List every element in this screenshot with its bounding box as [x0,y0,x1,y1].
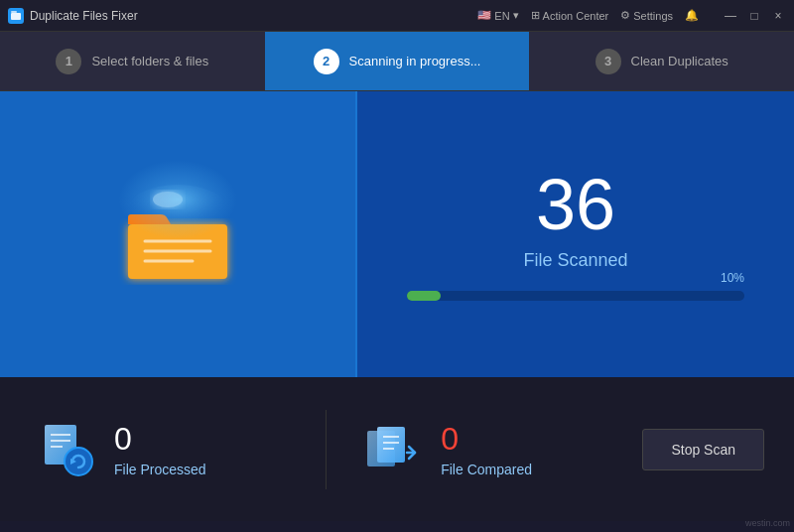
close-btn[interactable]: × [770,9,786,23]
step-1[interactable]: 1 Select folders & files [0,32,265,90]
svg-rect-15 [377,427,405,463]
file-compared-block: 0 File Compared [356,415,622,484]
file-compare-icon [356,415,426,484]
main-content: 36 File Scanned 10% [0,91,794,377]
title-bar-left: Duplicate Files Fixer [8,8,477,24]
step-2[interactable]: 2 Scanning in progress... [265,32,530,90]
stat-divider [326,410,327,489]
step-1-number: 1 [56,49,81,74]
progress-percent: 10% [721,271,744,285]
watermark: westin.com [745,518,790,528]
scan-label: File Scanned [523,250,627,271]
title-bar-right: 🇺🇸 EN ▾ ⊞ Action Center ⚙ Settings 🔔 — □… [477,9,786,23]
step-3[interactable]: 3 Clean Duplicates [529,32,794,90]
progress-bar-wrapper: 10% [407,291,744,301]
folder-glow [118,160,237,239]
svg-rect-0 [11,13,21,20]
minimize-btn[interactable]: — [723,9,738,23]
file-processed-label: File Processed [114,462,206,477]
action-center-btn[interactable]: ⊞ Action Center [531,9,609,22]
file-processed-info: 0 File Processed [114,421,206,477]
notification-btn[interactable]: 🔔 [685,9,699,22]
language-flag[interactable]: 🇺🇸 EN ▾ [477,9,518,22]
step-2-number: 2 [314,49,339,74]
svg-rect-1 [11,11,17,13]
step-2-label: Scanning in progress... [349,54,481,68]
app-icon [8,8,24,24]
progress-container: 10% [407,291,744,301]
file-processed-count: 0 [114,421,206,458]
app-title: Duplicate Files Fixer [30,9,138,23]
stop-scan-button[interactable]: Stop Scan [642,429,764,470]
file-compared-count: 0 [441,421,532,458]
bottom-panel: 0 File Processed [0,377,794,521]
file-compared-info: 0 File Compared [441,421,532,477]
progress-bar-fill [407,291,441,301]
svg-point-12 [65,448,92,475]
maximize-btn[interactable]: □ [746,9,762,23]
file-processed-block: 0 File Processed [30,415,296,484]
title-bar: Duplicate Files Fixer 🇺🇸 EN ▾ ⊞ Action C… [0,0,794,32]
steps-bar: 1 Select folders & files 2 Scanning in p… [0,32,794,91]
window-controls: — □ × [723,9,786,23]
step-1-label: Select folders & files [91,54,208,68]
left-panel [0,91,357,377]
step-3-label: Clean Duplicates [631,54,728,68]
folder-animation [113,180,242,289]
step-3-number: 3 [596,49,621,74]
file-compared-label: File Compared [441,462,532,477]
right-panel: 36 File Scanned 10% [357,91,794,377]
file-process-icon [30,415,99,484]
scan-count: 36 [536,169,615,240]
settings-btn[interactable]: ⚙ Settings [620,9,673,22]
